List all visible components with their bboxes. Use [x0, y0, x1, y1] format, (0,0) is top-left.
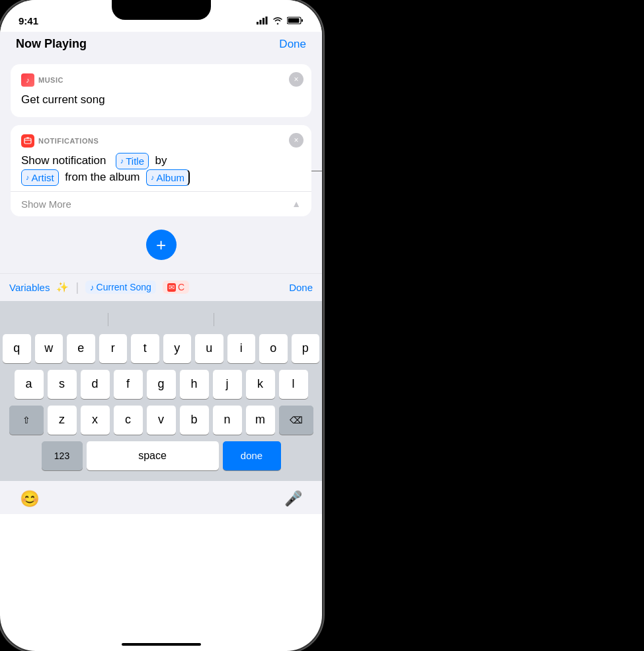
current-song-music-icon: ♪ [90, 282, 95, 292]
svg-rect-6 [288, 19, 300, 23]
album-token-icon: ♪ [151, 173, 155, 183]
svg-rect-5 [302, 19, 303, 22]
key-g[interactable]: g [147, 370, 176, 399]
notif-token-icon: ✉ [167, 283, 176, 292]
key-u[interactable]: u [195, 334, 223, 363]
keyboard: q w e r t y u i o p a s d f g h j k l ⇧ … [0, 301, 322, 481]
music-card-close[interactable]: × [289, 72, 303, 87]
status-icons [257, 17, 303, 24]
artist-token[interactable]: ♪ Artist [21, 169, 59, 186]
album-token[interactable]: ♪ Album [146, 169, 190, 186]
notif-card: NOTIFICATIONS × Show notification ♪ Titl… [11, 125, 311, 216]
current-song-token[interactable]: ♪ Current Song [85, 281, 156, 294]
artist-token-icon: ♪ [26, 173, 30, 183]
title-token[interactable]: ♪ Title [116, 153, 149, 169]
key-l[interactable]: l [279, 370, 308, 399]
toolbar-done-button[interactable]: Done [289, 282, 313, 293]
svg-rect-3 [266, 17, 268, 24]
notif-token[interactable]: ✉ C [163, 281, 189, 294]
add-button-container: + [11, 224, 311, 265]
space-key[interactable]: space [87, 441, 219, 470]
signal-icon [257, 17, 268, 24]
key-s[interactable]: s [48, 370, 77, 399]
music-icon: ♪ [21, 73, 34, 87]
nav-title: Now Playing [16, 37, 87, 51]
svg-rect-1 [260, 20, 262, 24]
svg-rect-2 [262, 18, 264, 24]
notch [112, 0, 211, 20]
key-z[interactable]: z [48, 406, 77, 435]
key-m[interactable]: m [246, 406, 275, 435]
chevron-up-icon: ▲ [292, 198, 301, 209]
title-token-icon: ♪ [120, 156, 124, 166]
notif-icon [21, 134, 34, 148]
key-a[interactable]: a [15, 370, 44, 399]
album-token-label: Album [156, 171, 184, 185]
suggestion-1[interactable] [3, 310, 108, 329]
current-song-label: Current Song [97, 282, 151, 292]
toolbar-separator: | [75, 281, 79, 294]
keyboard-toolbar: Variables ✨ | ♪ Current Song ✉ C Done [0, 273, 322, 301]
svg-rect-9 [26, 137, 29, 138]
key-q[interactable]: q [3, 334, 31, 363]
done-key[interactable]: done [223, 441, 281, 470]
keyboard-row-2: a s d f g h j k l [3, 370, 319, 399]
add-action-button[interactable]: + [146, 230, 177, 260]
nav-done-button[interactable]: Done [279, 38, 306, 51]
nav-bar: Now Playing Done [0, 32, 322, 56]
keyboard-row-4: 123 space done [3, 441, 319, 470]
shift-key[interactable]: ⇧ [9, 406, 44, 435]
phone-frame: 9:41 Now Playing Do [0, 0, 322, 651]
key-j[interactable]: j [213, 370, 242, 399]
notif-card-close[interactable]: × [289, 133, 303, 148]
suggestion-3[interactable] [214, 310, 319, 329]
key-o[interactable]: o [259, 334, 288, 363]
status-time: 9:41 [19, 15, 38, 26]
microphone-icon[interactable]: 🎤 [284, 490, 302, 507]
tooltip-line [311, 171, 322, 171]
key-t[interactable]: t [131, 334, 159, 363]
key-c[interactable]: c [114, 406, 143, 435]
notif-token-label: C [178, 282, 184, 292]
key-f[interactable]: f [114, 370, 143, 399]
home-indicator [122, 643, 201, 646]
key-d[interactable]: d [81, 370, 110, 399]
key-r[interactable]: r [99, 334, 128, 363]
key-b[interactable]: b [180, 406, 209, 435]
key-n[interactable]: n [213, 406, 242, 435]
key-w[interactable]: w [35, 334, 63, 363]
title-token-label: Title [126, 154, 144, 168]
text-from: from the album [65, 171, 140, 183]
svg-rect-7 [24, 138, 31, 144]
artist-token-label: Artist [32, 171, 54, 185]
key-y[interactable]: y [163, 334, 192, 363]
magic-icon[interactable]: ✨ [56, 281, 69, 293]
key-v[interactable]: v [147, 406, 176, 435]
suggestion-2[interactable] [108, 310, 214, 329]
key-e[interactable]: e [67, 334, 95, 363]
backspace-key[interactable]: ⌫ [279, 406, 313, 435]
keyboard-row-3: ⇧ z x c v b n m ⌫ [3, 406, 319, 435]
music-card: ♪ MUSIC × Get current song [11, 64, 311, 117]
key-h[interactable]: h [180, 370, 209, 399]
notif-card-header: NOTIFICATIONS [21, 134, 301, 148]
battery-icon [287, 17, 303, 24]
notif-card-label: NOTIFICATIONS [38, 137, 99, 145]
wifi-icon [272, 17, 283, 24]
text-show-notification: Show notification [21, 154, 106, 167]
variables-button[interactable]: Variables [9, 282, 50, 293]
svg-rect-0 [257, 22, 259, 24]
key-x[interactable]: x [81, 406, 110, 435]
num-key[interactable]: 123 [42, 441, 83, 470]
show-more-row[interactable]: Show More ▲ [11, 191, 311, 216]
key-k[interactable]: k [246, 370, 275, 399]
text-by: by [155, 154, 167, 167]
show-more-label: Show More [21, 198, 71, 210]
right-background [322, 0, 644, 651]
emoji-icon[interactable]: 😊 [20, 490, 40, 508]
music-card-label: MUSIC [38, 76, 63, 84]
key-i[interactable]: i [227, 334, 256, 363]
key-p[interactable]: p [292, 334, 320, 363]
notif-card-content: Show notification ♪ Title by ♪ Artist fr… [21, 153, 301, 186]
music-card-content: Get current song [21, 92, 301, 108]
